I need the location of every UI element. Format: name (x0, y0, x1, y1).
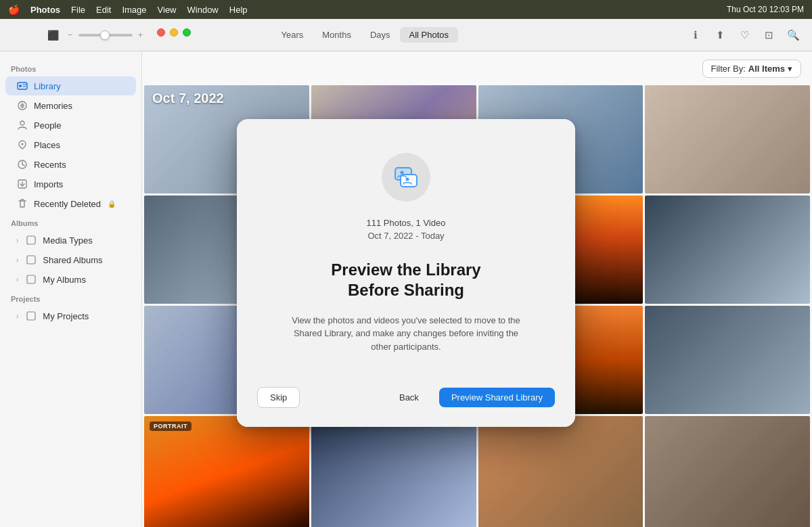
modal-date-range: Oct 7, 2022 - Today (367, 231, 444, 241)
shared-library-icon (392, 164, 420, 191)
modal-description: View the photos and videos you've select… (291, 314, 521, 354)
skip-button[interactable]: Skip (257, 387, 300, 408)
preview-shared-library-button[interactable]: Preview Shared Library (439, 388, 555, 407)
menubar-app-name[interactable]: Photos (30, 5, 60, 15)
modal-footer: Skip Back Preview Shared Library (237, 373, 575, 427)
back-button[interactable]: Back (387, 388, 431, 407)
menubar-window[interactable]: Window (187, 5, 219, 15)
modal-overlay: 111 Photos, 1 Video Oct 7, 2022 - Today … (0, 19, 812, 527)
menubar-file[interactable]: File (71, 5, 85, 15)
menubar-image[interactable]: Image (122, 5, 146, 15)
modal-body: 111 Photos, 1 Video Oct 7, 2022 - Today … (237, 119, 575, 374)
modal-icon-circle (382, 153, 430, 202)
svg-point-20 (401, 170, 404, 174)
modal-title-line1: Preview the Library (331, 260, 480, 279)
apple-menu[interactable]: 🍎 (8, 4, 20, 15)
menubar-left: 🍎 Photos File Edit Image View Window Hel… (8, 4, 248, 15)
menubar-edit[interactable]: Edit (96, 5, 111, 15)
modal-dialog: 111 Photos, 1 Video Oct 7, 2022 - Today … (237, 119, 575, 428)
menubar-view[interactable]: View (158, 5, 177, 15)
menubar-right: Thu Oct 20 12:03 PM (727, 5, 804, 14)
modal-stats: 111 Photos, 1 Video (367, 218, 446, 228)
modal-title-line2: Before Sharing (348, 281, 464, 299)
menubar: 🍎 Photos File Edit Image View Window Hel… (0, 0, 812, 19)
menubar-help[interactable]: Help (229, 5, 248, 15)
modal-footer-center: Back Preview Shared Library (387, 388, 555, 407)
menubar-clock: Thu Oct 20 12:03 PM (727, 5, 804, 14)
svg-point-21 (406, 177, 409, 181)
svg-rect-19 (401, 175, 417, 187)
modal-title: Preview the Library Before Sharing (331, 260, 480, 300)
